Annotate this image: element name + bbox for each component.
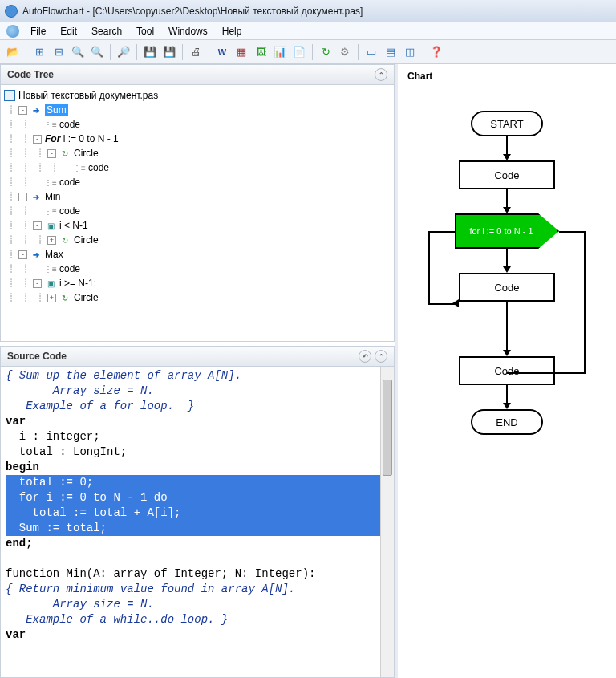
tree-expand-icon[interactable]: - <box>18 106 27 115</box>
code-tree-header: Code Tree ⌃ <box>0 64 395 85</box>
menu-edit[interactable]: Edit <box>54 24 83 39</box>
chart-header: Chart <box>398 64 616 91</box>
tree-item[interactable]: ┊-➔Min <box>4 189 391 204</box>
tree-item[interactable]: ┊┊-▣i >= N-1; <box>4 276 391 290</box>
menu-help[interactable]: Help <box>216 24 249 39</box>
find-icon[interactable]: 🔎 <box>116 44 132 60</box>
app-orb-icon[interactable] <box>6 25 19 38</box>
tree-expand-icon[interactable]: - <box>33 221 42 230</box>
export-word-icon[interactable]: W <box>214 44 230 60</box>
undo-icon[interactable]: ↶ <box>359 350 371 363</box>
menu-tool[interactable]: Tool <box>130 24 160 39</box>
tree-item[interactable]: ┊┊┊┊⋮≡code <box>4 160 391 175</box>
tree-expand-icon[interactable]: + <box>47 294 56 302</box>
collapse-source-icon[interactable]: ⌃ <box>375 350 387 363</box>
flow-code-3[interactable]: Code <box>459 356 555 385</box>
save-all-icon[interactable]: 💾 <box>161 44 177 60</box>
tree-item[interactable]: ┊┊┊-↻Circle <box>4 146 391 160</box>
tree-expand-icon[interactable]: - <box>33 279 42 288</box>
tree-item[interactable]: ┊┊-For i := 0 to N - 1 <box>4 132 391 146</box>
source-header: Source Code ↶ ⌃ <box>0 346 395 367</box>
flow-code-2[interactable]: Code <box>459 273 555 302</box>
export-image-icon[interactable]: 🖼 <box>253 44 269 60</box>
scrollbar-thumb[interactable] <box>383 380 392 476</box>
menu-file[interactable]: File <box>24 24 52 39</box>
window-title: AutoFlowchart - [C:\Users\copyuser2\Desk… <box>22 6 363 17</box>
export-svg-icon[interactable]: ▦ <box>233 44 249 60</box>
save-icon[interactable]: 💾 <box>142 44 158 60</box>
menu-search[interactable]: Search <box>85 24 128 39</box>
help-icon[interactable]: ❓ <box>428 44 444 60</box>
layout-split-icon[interactable]: ◫ <box>402 44 418 60</box>
source-editor[interactable]: { Sum up the element of array A[N]. Arra… <box>0 367 395 678</box>
expand-all-icon[interactable]: ⊞ <box>31 44 47 60</box>
export-pdf-icon[interactable]: 📄 <box>291 44 307 60</box>
collapse-tree-icon[interactable]: ⌃ <box>375 68 387 81</box>
tree-item[interactable]: ┊-➔Max <box>4 247 391 262</box>
tree-item[interactable]: ┊┊⋮≡code <box>4 117 391 132</box>
app-icon <box>5 5 18 18</box>
code-tree[interactable]: Новый текстовый документ.pas ┊-➔Sum┊┊⋮≡c… <box>0 85 395 342</box>
settings-icon[interactable]: ⚙ <box>337 44 353 60</box>
flowchart-canvas[interactable]: START Code for i := 0 to N - 1 <box>398 91 616 678</box>
refresh-icon[interactable]: ↻ <box>318 44 334 60</box>
title-bar: AutoFlowchart - [C:\Users\copyuser2\Desk… <box>0 0 616 22</box>
tree-item[interactable]: ┊┊⋮≡code <box>4 204 391 218</box>
tree-item[interactable]: ┊-➔Sum <box>4 103 391 117</box>
flow-loop-decision[interactable]: for i := 0 to N - 1 <box>455 213 559 249</box>
layout-h-icon[interactable]: ▭ <box>363 44 379 60</box>
source-scrollbar[interactable] <box>380 367 394 677</box>
export-chart-icon[interactable]: 📊 <box>272 44 288 60</box>
tree-item[interactable]: ┊┊┊+↻Circle <box>4 290 391 305</box>
tree-expand-icon[interactable]: - <box>33 135 42 144</box>
menu-bar: File Edit Search Tool Windows Help <box>0 22 616 40</box>
tree-root[interactable]: Новый текстовый документ.pas <box>4 88 391 103</box>
menu-windows[interactable]: Windows <box>162 24 214 39</box>
print-icon[interactable]: 🖨 <box>188 44 204 60</box>
tree-item[interactable]: ┊┊⋮≡code <box>4 175 391 189</box>
collapse-all-icon[interactable]: ⊟ <box>51 44 67 60</box>
tree-expand-icon[interactable]: - <box>18 193 27 201</box>
zoom-in-icon[interactable]: 🔍 <box>70 44 86 60</box>
open-icon[interactable]: 📂 <box>5 44 21 60</box>
tree-item[interactable]: ┊┊-▣i < N-1 <box>4 218 391 233</box>
layout-v-icon[interactable]: ▤ <box>383 44 399 60</box>
flow-code-1[interactable]: Code <box>459 160 555 189</box>
flow-end[interactable]: END <box>471 409 543 435</box>
tree-item[interactable]: ┊┊┊+↻Circle <box>4 233 391 247</box>
tree-item[interactable]: ┊┊⋮≡code <box>4 262 391 276</box>
tree-expand-icon[interactable]: - <box>47 149 56 158</box>
tree-expand-icon[interactable]: - <box>18 250 27 259</box>
zoom-out-icon[interactable]: 🔍 <box>89 44 105 60</box>
tree-expand-icon[interactable]: + <box>47 236 56 245</box>
flow-start[interactable]: START <box>471 111 543 136</box>
toolbar: 📂 ⊞ ⊟ 🔍 🔍 🔎 💾 💾 🖨 W ▦ 🖼 📊 📄 ↻ ⚙ ▭ ▤ ◫ ❓ <box>0 40 616 64</box>
